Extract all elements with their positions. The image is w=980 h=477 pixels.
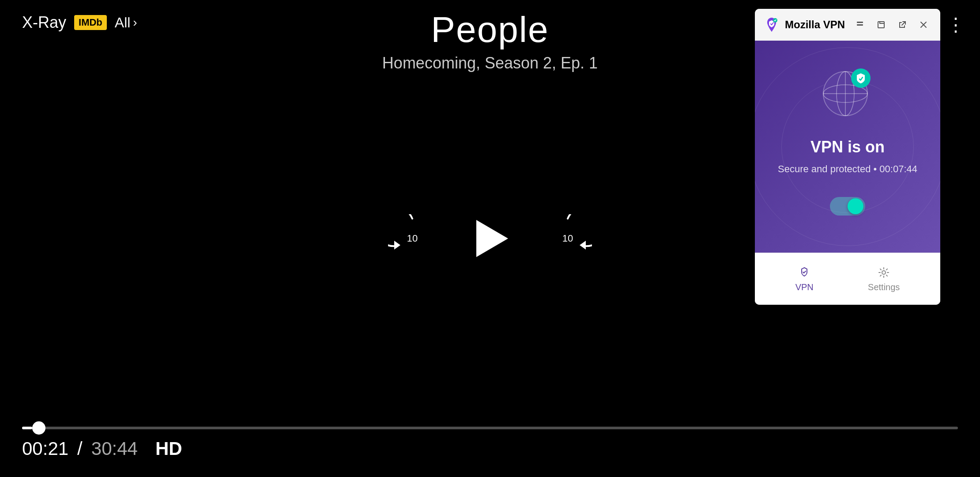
quality-badge: HD (155, 438, 182, 459)
vpn-status-title: VPN is on (810, 138, 885, 156)
settings-tab[interactable]: Settings (859, 262, 908, 296)
vpn-tab[interactable]: VPN (787, 262, 822, 296)
vpn-toggle-thumb (848, 198, 863, 214)
svg-marker-0 (394, 241, 400, 250)
svg-rect-6 (857, 22, 863, 23)
svg-text:10: 10 (407, 233, 418, 244)
vpn-panel-title-area: Mozilla VPN (764, 17, 845, 33)
current-time: 00:21 (22, 438, 68, 459)
show-subtitle: Homecoming, Season 2, Ep. 1 (382, 54, 598, 72)
vpn-panel-footer: VPN Settings (755, 253, 940, 305)
time-display: 00:21 / 30:44 HD (22, 438, 958, 459)
vpn-toggle-container (830, 197, 865, 216)
progress-handle[interactable] (32, 421, 45, 435)
restore-button[interactable] (873, 17, 889, 33)
svg-marker-2 (580, 241, 586, 250)
show-title: People (431, 9, 549, 50)
total-time: 30:44 (91, 438, 138, 459)
vpn-panel: Mozilla VPN (755, 9, 940, 305)
minimize-button[interactable] (852, 17, 868, 33)
svg-text:10: 10 (562, 233, 573, 244)
svg-point-14 (882, 271, 886, 274)
vpn-status-subtitle: Secure and protected • 00:07:44 (778, 163, 917, 175)
vpn-panel-window-controls (852, 17, 931, 33)
vpn-panel-body: VPN is on Secure and protected • 00:07:4… (755, 41, 940, 253)
rewind-10-button[interactable]: 10 (388, 214, 437, 263)
settings-tab-icon (877, 265, 891, 280)
progress-fill (22, 427, 32, 429)
external-link-button[interactable] (894, 17, 910, 33)
svg-rect-7 (878, 22, 884, 28)
mozilla-vpn-logo-icon (764, 17, 780, 33)
playback-controls: 10 10 (388, 214, 592, 263)
vpn-globe-shield-icon (819, 63, 876, 120)
progress-bar[interactable] (22, 427, 958, 429)
vpn-panel-title: Mozilla VPN (785, 19, 845, 31)
vpn-tab-icon (797, 265, 811, 280)
vpn-tab-label: VPN (795, 282, 814, 292)
play-button[interactable] (476, 220, 508, 257)
time-separator: / (77, 438, 83, 459)
settings-tab-label: Settings (868, 282, 900, 292)
svg-rect-5 (857, 24, 863, 26)
forward-10-button[interactable]: 10 (543, 214, 592, 263)
more-options-button[interactable]: ⋮ (945, 13, 967, 35)
close-button[interactable] (916, 17, 931, 33)
bottom-bar: 00:21 / 30:44 HD (0, 427, 980, 477)
vpn-panel-header: Mozilla VPN (755, 9, 940, 41)
vpn-toggle[interactable] (830, 197, 865, 216)
